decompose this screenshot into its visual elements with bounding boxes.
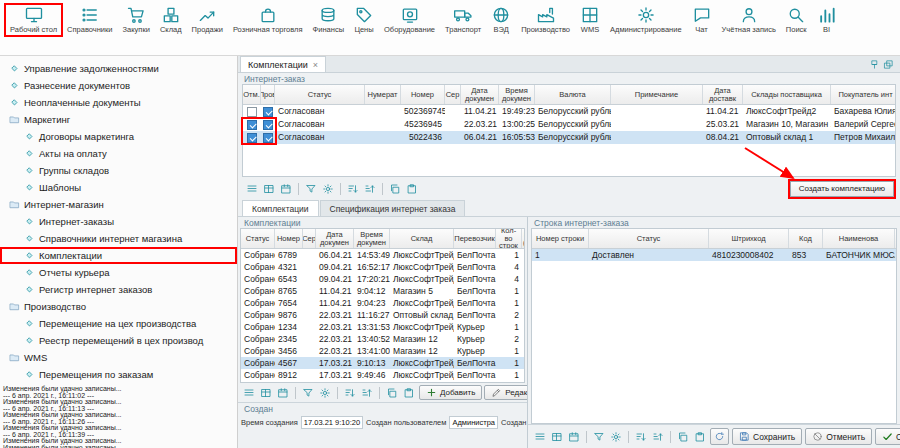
toolbar-item-admin[interactable]: Администрирование (605, 4, 687, 36)
calendar-icon[interactable] (275, 385, 291, 401)
column-header[interactable]: Валюта (535, 85, 611, 104)
table-row[interactable]: Согласован4523694522.03.2113:00:25Белору… (243, 118, 895, 131)
gear-icon[interactable] (317, 385, 333, 401)
add-button[interactable]: Добавить (419, 385, 482, 400)
toolbar-item-cart[interactable]: Закупки (118, 4, 155, 36)
toolbar-item-sales[interactable]: Продажи (187, 4, 228, 36)
sidebar-item[interactable]: Перемещения по заказам (0, 366, 237, 383)
edit-button[interactable]: Редактировать (484, 385, 528, 400)
toolbar-item-equipment[interactable]: Оборудование (379, 4, 440, 36)
toolbar-item-wms[interactable]: WMS (575, 4, 605, 36)
column-header[interactable]: Сер (303, 229, 316, 248)
grid-view-icon[interactable] (549, 429, 565, 445)
column-header[interactable]: Время докумен (499, 85, 535, 104)
column-header[interactable]: Штрихкод (709, 229, 789, 248)
sort-asc-icon[interactable] (345, 181, 361, 197)
table-row[interactable]: Согласован50236974511.04.2119:49:23Белор… (243, 105, 895, 118)
checkbox[interactable] (263, 133, 273, 143)
checkbox[interactable] (263, 120, 273, 130)
column-header[interactable]: Кол-во строк (496, 229, 522, 248)
checkbox[interactable] (247, 133, 257, 143)
list-view-icon[interactable] (532, 429, 548, 445)
table-row[interactable]: 1Доставлен4810230008402853БАТОНЧИК МЮСЛИ… (532, 249, 896, 261)
toolbar-item-ved[interactable]: ВЭД (486, 4, 516, 36)
list-view-icon[interactable] (241, 385, 257, 401)
paste-icon[interactable] (692, 429, 708, 445)
table-row[interactable]: Согласован502243606.04.2116:05:53Белорус… (243, 131, 895, 144)
column-header[interactable]: Время докумен (354, 229, 390, 248)
table-row[interactable]: Собрано891217.03.219:49:46ЛюксСофтТрейд2… (241, 369, 524, 381)
panel-restore-icon[interactable] (883, 59, 894, 70)
column-header[interactable]: Номер (275, 229, 303, 248)
sidebar-item[interactable]: Неоплаченные документы (0, 94, 237, 111)
sort-desc-icon[interactable] (650, 429, 666, 445)
tab-close-icon[interactable]: × (313, 60, 318, 70)
sidebar-item[interactable]: Управление задолженностями (0, 60, 237, 77)
table-row[interactable]: Собрано123422.03.2113:31:53ЛюксСофтТрейд… (241, 321, 524, 333)
column-header[interactable]: Код (789, 229, 823, 248)
paste-icon[interactable] (404, 181, 420, 197)
column-header[interactable]: Статус (241, 229, 275, 248)
column-header[interactable]: Дата докумен (461, 85, 499, 104)
cancel-button[interactable]: Отменить (805, 428, 872, 445)
sidebar-item[interactable]: Справочники интернет магазина (0, 230, 237, 247)
column-header[interactable]: Покупатель инт (831, 85, 895, 104)
sort-desc-icon[interactable] (362, 181, 378, 197)
table-row[interactable]: Собрано654309.04.2117:20:21ЛюксСофтТрейд… (241, 273, 524, 285)
copy-icon[interactable] (675, 429, 691, 445)
sort-desc-icon[interactable] (359, 385, 375, 401)
column-header[interactable]: Наименова (823, 229, 895, 248)
sidebar-item[interactable]: Договоры маркетинга (0, 128, 237, 145)
column-header[interactable]: Номер (401, 85, 445, 104)
gear-icon[interactable] (320, 181, 336, 197)
toolbar-item-chat[interactable]: Чат (687, 4, 717, 36)
table-row[interactable]: Собрано456717.03.219:10:13ЛюксСофтТрейд2… (241, 357, 524, 369)
checkbox[interactable] (263, 107, 273, 117)
column-header[interactable]: Склады поставщика (743, 85, 831, 104)
tab-komplektacii[interactable]: Комплектации × (240, 56, 326, 72)
toolbar-item-desktop[interactable]: Рабочий стол (5, 4, 62, 36)
grid-view-icon[interactable] (258, 385, 274, 401)
toolbar-item-production[interactable]: Производство (516, 4, 575, 36)
column-header[interactable]: Перевозчик (454, 229, 496, 248)
column-header[interactable]: Сер (445, 85, 461, 104)
column-header[interactable]: Дата докумен (316, 229, 354, 248)
sidebar-item[interactable]: Интернет-магазин (0, 196, 237, 213)
filter-icon[interactable] (591, 429, 607, 445)
table-row[interactable]: Собрано987622.03.2111:16:27Оптовый склад… (241, 309, 524, 321)
column-header[interactable]: Дата доставк (703, 85, 743, 104)
column-header[interactable]: Нумерат (365, 85, 401, 104)
sidebar-item[interactable]: Комплектации (0, 247, 237, 264)
refresh-button[interactable] (710, 428, 729, 445)
toolbar-item-bi[interactable]: BI (812, 4, 842, 36)
table-row[interactable]: Собрано765411.04.219:04:23ЛюксСофтТрейд2… (241, 297, 524, 309)
toolbar-item-search[interactable]: Поиск (781, 4, 812, 36)
paste-icon[interactable] (401, 385, 417, 401)
table-row[interactable]: Собрано876511.04.219:04:12Магазин 5БелПо… (241, 285, 524, 297)
sidebar-item[interactable]: Акты на оплату (0, 145, 237, 162)
save-button[interactable]: Сохранить (732, 428, 802, 445)
column-header[interactable]: Отм. (243, 85, 261, 104)
lower-tab[interactable]: Комплектации (242, 200, 319, 216)
sidebar-item[interactable]: Регистр интернет заказов (0, 281, 237, 298)
toolbar-item-catalog[interactable]: Справочники (62, 4, 117, 36)
toolbar-item-account[interactable]: Учётная запись (717, 4, 781, 36)
sort-asc-icon[interactable] (342, 385, 358, 401)
sidebar-item[interactable]: Реестр перемещений в цех производ (0, 332, 237, 349)
sort-asc-icon[interactable] (633, 429, 649, 445)
checkbox[interactable] (247, 107, 257, 117)
column-header[interactable]: Статус (275, 85, 365, 104)
sidebar-item[interactable]: Маркетинг (0, 111, 237, 128)
sidebar-item[interactable]: Производство (0, 298, 237, 315)
create-kit-button[interactable]: Создать комплектацию (790, 181, 894, 197)
filter-icon[interactable] (300, 385, 316, 401)
toolbar-item-finance[interactable]: Финансы (308, 4, 350, 36)
table-row[interactable]: Собрано345622.03.2113:41:00Магазин 12Кур… (241, 345, 524, 357)
toolbar-item-transport[interactable]: Транспорт (440, 4, 486, 36)
list-view-icon[interactable] (244, 181, 260, 197)
gear-icon[interactable] (608, 429, 624, 445)
sidebar-item[interactable]: Перемещение на цех производства (0, 315, 237, 332)
calendar-icon[interactable] (278, 181, 294, 197)
table-row[interactable]: Собрано432109.04.2116:52:17ЛюксСофтТрейд… (241, 261, 524, 273)
column-header[interactable]: Склад (390, 229, 454, 248)
